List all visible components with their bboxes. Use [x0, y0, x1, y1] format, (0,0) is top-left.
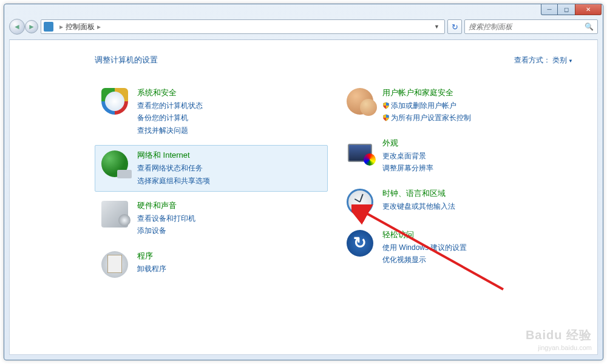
hardware-icon: [101, 200, 129, 228]
search-box[interactable]: 🔍: [464, 19, 598, 34]
left-column: 系统和安全查看您的计算机状态备份您的计算机查找并解决问题网络和 Internet…: [95, 83, 328, 287]
category-body: 外观更改桌面背景调整屏幕分辨率: [382, 138, 567, 175]
ease-icon: [346, 229, 374, 257]
category-link[interactable]: 更改桌面背景: [382, 150, 567, 162]
right-column: 用户帐户和家庭安全添加或删除用户帐户为所有用户设置家长控制外观更改桌面背景调整屏…: [340, 83, 573, 287]
category-link[interactable]: 选择家庭组和共享选项: [137, 175, 322, 187]
users-icon: [346, 87, 374, 115]
category-link[interactable]: 优化视频显示: [382, 254, 567, 266]
category-link[interactable]: 查看网络状态和任务: [137, 162, 322, 174]
search-icon[interactable]: 🔍: [585, 22, 594, 31]
category-title[interactable]: 时钟、语言和区域: [382, 188, 567, 199]
category-link[interactable]: 卸载程序: [137, 263, 322, 275]
maximize-button[interactable]: ◻: [558, 4, 575, 15]
category-clock[interactable]: 时钟、语言和区域更改键盘或其他输入法: [340, 183, 573, 221]
category-title[interactable]: 程序: [137, 251, 322, 261]
category-link[interactable]: 更改键盘或其他输入法: [382, 200, 567, 212]
category-link[interactable]: 调整屏幕分辨率: [382, 162, 567, 174]
category-body: 用户帐户和家庭安全添加或删除用户帐户为所有用户设置家长控制: [382, 87, 567, 124]
category-title[interactable]: 外观: [382, 138, 567, 149]
category-ease[interactable]: 轻松访问使用 Windows 建议的设置优化视频显示: [340, 224, 573, 271]
category-title[interactable]: 系统和安全: [137, 87, 322, 98]
programs-icon: [101, 251, 129, 278]
address-dropdown-icon[interactable]: ▼: [432, 24, 442, 30]
category-link[interactable]: 查找并解决问题: [137, 124, 322, 136]
minimize-button[interactable]: ─: [541, 4, 558, 15]
breadcrumb-sep: ▸: [97, 22, 101, 31]
category-security[interactable]: 系统和安全查看您的计算机状态备份您的计算机查找并解决问题: [95, 83, 328, 141]
header-row: 调整计算机的设置 查看方式： 类别▼: [95, 55, 573, 66]
breadcrumb-sep: ▸: [59, 22, 63, 31]
category-body: 时钟、语言和区域更改键盘或其他输入法: [382, 188, 567, 212]
category-link[interactable]: 使用 Windows 建议的设置: [382, 241, 567, 254]
category-title[interactable]: 用户帐户和家庭安全: [382, 87, 567, 98]
category-appearance[interactable]: 外观更改桌面背景调整屏幕分辨率: [340, 133, 573, 180]
navigation-bar: ◄ ► ▸ 控制面板 ▸ ▼ ↻ 🔍: [9, 18, 598, 36]
category-link[interactable]: 查看您的计算机状态: [137, 99, 322, 112]
category-body: 硬件和声音查看设备和打印机添加设备: [137, 200, 322, 237]
category-link[interactable]: 为所有用户设置家长控制: [382, 112, 567, 124]
forward-button[interactable]: ►: [25, 20, 38, 33]
category-body: 程序卸载程序: [137, 251, 322, 275]
category-link[interactable]: 备份您的计算机: [137, 112, 322, 124]
refresh-button[interactable]: ↻: [447, 19, 462, 34]
category-users[interactable]: 用户帐户和家庭安全添加或删除用户帐户为所有用户设置家长控制: [340, 83, 573, 129]
appearance-icon: [346, 138, 374, 166]
category-programs[interactable]: 程序卸载程序: [95, 246, 328, 283]
control-panel-icon: [44, 22, 53, 32]
category-title[interactable]: 硬件和声音: [137, 200, 322, 211]
category-hardware[interactable]: 硬件和声音查看设备和打印机添加设备: [95, 195, 328, 242]
category-network[interactable]: 网络和 Internet查看网络状态和任务选择家庭组和共享选项: [95, 145, 328, 192]
category-body: 系统和安全查看您的计算机状态备份您的计算机查找并解决问题: [137, 87, 322, 136]
window-frame: ─ ◻ ✕ ◄ ► ▸ 控制面板 ▸ ▼ ↻ 🔍 调整计算机的设置 查看方式： …: [4, 4, 603, 360]
address-bar[interactable]: ▸ 控制面板 ▸ ▼: [41, 19, 445, 34]
category-body: 轻松访问使用 Windows 建议的设置优化视频显示: [382, 229, 567, 266]
category-link[interactable]: 查看设备和打印机: [137, 212, 322, 224]
close-button[interactable]: ✕: [575, 4, 602, 15]
view-by-label: 查看方式：: [514, 56, 551, 64]
window-buttons: ─ ◻ ✕: [541, 4, 602, 15]
category-title[interactable]: 网络和 Internet: [137, 150, 322, 161]
content-pane: 调整计算机的设置 查看方式： 类别▼ 系统和安全查看您的计算机状态备份您的计算机…: [9, 39, 598, 355]
view-by-value[interactable]: 类别▼: [552, 56, 573, 64]
security-icon: [101, 87, 129, 115]
view-by: 查看方式： 类别▼: [514, 55, 573, 66]
category-body: 网络和 Internet查看网络状态和任务选择家庭组和共享选项: [137, 150, 322, 187]
breadcrumb-root[interactable]: 控制面板: [66, 22, 95, 32]
category-columns: 系统和安全查看您的计算机状态备份您的计算机查找并解决问题网络和 Internet…: [95, 83, 573, 287]
category-link[interactable]: 添加或删除用户帐户: [382, 99, 567, 112]
page-title: 调整计算机的设置: [95, 55, 158, 66]
category-link[interactable]: 添加设备: [137, 224, 322, 237]
network-icon: [101, 150, 129, 178]
clock-icon: [346, 188, 374, 216]
back-button[interactable]: ◄: [9, 19, 25, 35]
category-title[interactable]: 轻松访问: [382, 229, 567, 240]
search-input[interactable]: [469, 22, 585, 31]
titlebar: ─ ◻ ✕: [4, 4, 603, 18]
